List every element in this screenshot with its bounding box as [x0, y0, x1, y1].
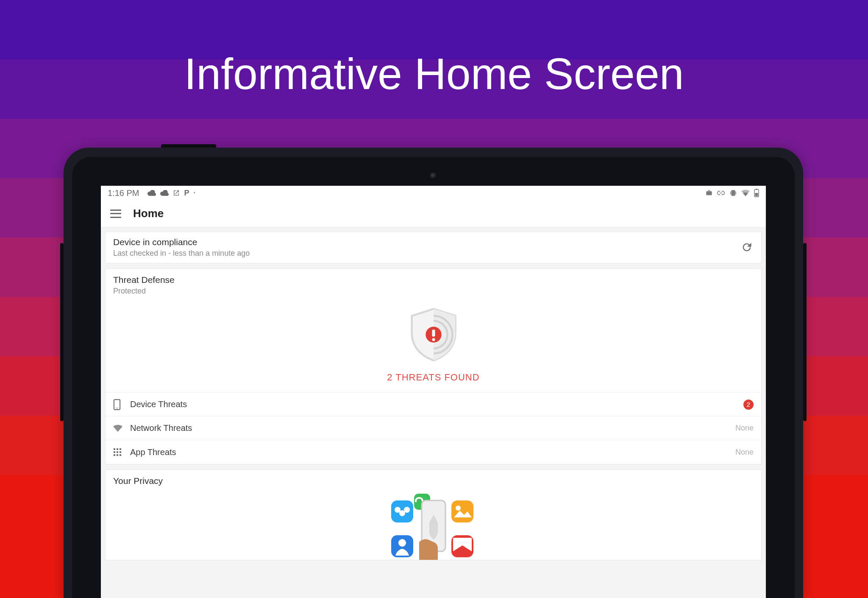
promo-heading: Informative Home Screen: [0, 49, 868, 99]
content-area: Device in compliance Last checked in - l…: [101, 227, 766, 560]
tablet-camera: [430, 172, 437, 180]
svg-rect-21: [451, 500, 473, 523]
svg-rect-13: [120, 451, 121, 453]
svg-point-5: [432, 338, 435, 341]
refresh-button[interactable]: [741, 241, 754, 254]
share-icon: [173, 190, 180, 196]
compliance-card[interactable]: Device in compliance Last checked in - l…: [105, 232, 762, 263]
battery-icon: [754, 189, 759, 197]
threats-found-banner: 2 THREATS FOUND: [387, 372, 479, 383]
threat-row-value: None: [735, 424, 754, 433]
svg-point-22: [456, 506, 461, 511]
threat-row-network[interactable]: Network Threats None: [106, 416, 761, 440]
threat-row-label: Device Threats: [130, 400, 743, 409]
tablet-frame: 1:16 PM P •: [64, 148, 803, 598]
device-screen: 1:16 PM P •: [101, 186, 766, 598]
svg-rect-11: [114, 451, 115, 453]
svg-rect-8: [114, 448, 115, 450]
wifi-icon: [113, 423, 123, 433]
svg-rect-14: [114, 454, 115, 456]
cloud-icon: [160, 190, 169, 196]
device-icon: [113, 400, 123, 410]
app-bar: Home: [101, 200, 766, 227]
threat-row-device[interactable]: Device Threats 2: [106, 393, 761, 416]
cloud-icon: [147, 190, 156, 196]
svg-point-24: [398, 539, 406, 547]
vibrate-icon: [729, 189, 737, 197]
status-time: 1:16 PM: [108, 188, 139, 198]
shield-alert-icon: [404, 305, 463, 366]
compliance-title: Device in compliance: [113, 237, 250, 247]
dot-icon: •: [194, 190, 195, 196]
promo-background: Informative Home Screen 1:16 PM: [0, 0, 868, 598]
svg-rect-16: [120, 454, 121, 456]
status-bar: 1:16 PM P •: [101, 186, 766, 200]
wifi-icon: [741, 190, 750, 196]
privacy-card[interactable]: Your Privacy: [105, 469, 762, 560]
svg-point-20: [404, 507, 410, 513]
threat-row-apps[interactable]: App Threats None: [106, 440, 761, 464]
svg-rect-10: [120, 448, 121, 450]
p-icon: P: [184, 189, 189, 198]
svg-rect-4: [432, 330, 435, 336]
threat-defense-card: Threat Defense Protected: [105, 268, 762, 464]
threat-row-value: None: [735, 448, 754, 457]
privacy-illustration: [113, 492, 754, 560]
svg-point-7: [117, 408, 117, 408]
compliance-subtitle: Last checked in - less than a minute ago: [113, 249, 250, 258]
svg-rect-9: [117, 448, 118, 450]
svg-rect-12: [117, 451, 118, 453]
briefcase-icon: [706, 190, 712, 196]
threat-count-badge: 2: [743, 400, 754, 410]
page-title: Home: [133, 207, 164, 220]
threat-list: Device Threats 2 Network Threats None: [106, 392, 761, 464]
svg-rect-15: [117, 454, 118, 456]
threat-defense-status: Protected: [113, 287, 754, 296]
svg-rect-2: [755, 193, 758, 196]
link-icon: [717, 190, 725, 196]
threat-row-label: App Threats: [130, 447, 735, 457]
apps-grid-icon: [113, 447, 123, 457]
privacy-title: Your Privacy: [113, 476, 754, 486]
threat-defense-title: Threat Defense: [113, 275, 754, 285]
menu-icon[interactable]: [110, 210, 121, 218]
svg-rect-1: [756, 189, 757, 190]
threat-row-label: Network Threats: [130, 423, 735, 433]
